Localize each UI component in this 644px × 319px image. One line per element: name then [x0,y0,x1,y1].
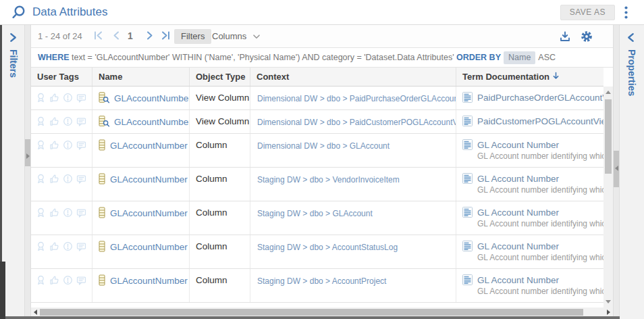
attribute-name-link[interactable]: GLAccountNumber [114,117,190,127]
thumbs-up-icon[interactable] [49,207,59,218]
award-icon[interactable] [36,241,46,251]
term-title-link[interactable]: GL Account Number [477,140,559,150]
columns-dropdown-label: Columns [212,31,246,41]
term-documentation-cell: PaidPurchaseOrderGLAccountView [456,87,603,109]
comment-icon[interactable] [76,174,86,184]
properties-panel-collapsed: Properties [620,25,644,319]
award-icon[interactable] [36,116,46,126]
vertical-scrollbar-thumb[interactable] [605,99,612,174]
table-row[interactable]: GLAccountNumberView ColumnDimensional DW… [31,110,603,134]
horizontal-scrollbar-thumb[interactable] [40,309,583,316]
context-breadcrumb-link[interactable]: Dimensional DW > dbo > PaidPurchaseOrder… [257,94,456,103]
comment-icon[interactable] [76,242,86,251]
table-row[interactable]: GLAccountNumberColumnStaging DW > dbo > … [31,201,603,235]
alert-circle-icon[interactable] [63,93,73,103]
expand-right-icon[interactable] [26,153,30,159]
comment-icon[interactable] [76,208,86,218]
alert-circle-icon[interactable] [63,241,73,251]
document-icon [462,116,473,126]
prev-page-icon[interactable] [111,30,122,41]
comment-icon[interactable] [76,117,86,126]
document-icon [462,139,473,150]
comment-icon[interactable] [76,141,86,150]
table-row[interactable]: GLAccountNumberColumnStaging DW > dbo > … [31,235,603,269]
context-breadcrumb-link[interactable]: Dimensional DW > dbo > PaidCustomerPOGLA… [257,118,456,127]
scroll-left-icon[interactable] [34,310,37,315]
horizontal-scrollbar[interactable] [31,308,613,316]
view-column-icon [99,116,110,127]
term-title-link[interactable]: GL Account Number [477,207,559,218]
columns-dropdown[interactable]: Columns [212,29,260,44]
term-title-link[interactable]: GL Account Number [477,174,559,184]
column-header-term-documentation[interactable]: Term Documentation [456,68,603,86]
attribute-name-link[interactable]: GLAccountNumber [110,276,188,286]
term-title-link[interactable]: GL Account Number [477,275,559,285]
vertical-scrollbar[interactable] [603,87,613,308]
alert-circle-icon[interactable] [63,174,73,184]
award-icon[interactable] [36,140,46,150]
object-type-cell: View Column [190,110,250,133]
alert-circle-icon[interactable] [63,275,73,285]
left-splitter-handle[interactable] [25,139,30,166]
last-page-icon[interactable] [161,30,171,41]
term-title-link[interactable]: GL Account Number [477,241,559,251]
scroll-down-icon[interactable] [606,300,611,303]
alert-circle-icon[interactable] [63,207,73,218]
context-breadcrumb-link[interactable]: Staging DW > dbo > GLAccount [257,209,373,218]
left-splitter[interactable] [24,25,31,316]
attribute-name-link[interactable]: GLAccountNumber [110,141,188,151]
term-title-link[interactable]: PaidCustomerPOGLAccountView GL [477,116,603,126]
table-row[interactable]: GLAccountNumberColumnStaging DW > dbo > … [31,269,603,303]
context-breadcrumb-link[interactable]: Dimensional DW > dbo > GLAccount [257,141,390,151]
thumbs-up-icon[interactable] [49,174,59,184]
thumbs-up-icon[interactable] [49,275,59,285]
context-breadcrumb-link[interactable]: Staging DW > dbo > AccountProject [257,276,386,286]
scroll-up-icon[interactable] [606,91,611,94]
table-row[interactable]: GLAccountNumberView ColumnDimensional DW… [31,87,603,110]
first-page-icon[interactable] [93,30,103,41]
thumbs-up-icon[interactable] [49,241,59,251]
column-header-name[interactable]: Name [92,68,190,86]
right-splitter[interactable] [613,25,620,316]
kebab-menu-icon[interactable] [624,6,628,19]
filters-panel-label[interactable]: Filters [8,49,19,78]
filters-button[interactable]: Filters [174,29,211,44]
document-icon [462,241,473,251]
award-icon[interactable] [36,93,46,103]
gear-icon[interactable] [581,30,593,43]
thumbs-up-icon[interactable] [49,93,59,103]
attribute-name-link[interactable]: GLAccountNumber [110,208,188,218]
term-documentation-cell: GL Account NumberGL Account number ident… [456,134,603,167]
table-row[interactable]: GLAccountNumberColumnStaging DW > dbo > … [31,168,603,201]
chevron-right-icon[interactable] [8,32,18,43]
context-breadcrumb-link[interactable]: Staging DW > dbo > VendorInvoiceItem [257,175,400,185]
properties-panel-label[interactable]: Properties [626,49,637,96]
term-title-link[interactable]: PaidPurchaseOrderGLAccountView [477,93,603,103]
comment-icon[interactable] [76,276,86,285]
next-page-icon[interactable] [144,30,155,41]
column-header-context[interactable]: Context [250,68,456,86]
thumbs-up-icon[interactable] [49,116,59,126]
alert-circle-icon[interactable] [63,116,73,126]
scroll-right-icon[interactable] [607,310,610,315]
comment-icon[interactable] [76,93,86,103]
award-icon[interactable] [36,174,46,184]
attribute-name-link[interactable]: GLAccountNumber [110,174,188,185]
object-type-cell: Column [190,201,250,235]
attribute-name-link[interactable]: GLAccountNumber [114,93,190,103]
attribute-name-link[interactable]: GLAccountNumber [110,242,188,252]
window-edge [0,262,5,319]
chevron-left-icon[interactable] [626,32,636,43]
alert-circle-icon[interactable] [63,140,73,150]
context-breadcrumb-link[interactable]: Staging DW > dbo > AccountStatusLog [257,243,398,252]
award-icon[interactable] [36,207,46,218]
table-row[interactable]: GLAccountNumberColumnDimensional DW > db… [31,134,603,168]
column-header-user-tags[interactable]: User Tags [31,68,92,86]
award-icon[interactable] [36,275,46,285]
expand-left-icon[interactable] [615,166,618,171]
column-header-object-type[interactable]: Object Type [190,68,250,86]
order-field-chip[interactable]: Name [504,51,535,64]
thumbs-up-icon[interactable] [49,140,59,150]
download-icon[interactable] [559,30,571,43]
save-as-button[interactable]: SAVE AS [560,5,615,20]
